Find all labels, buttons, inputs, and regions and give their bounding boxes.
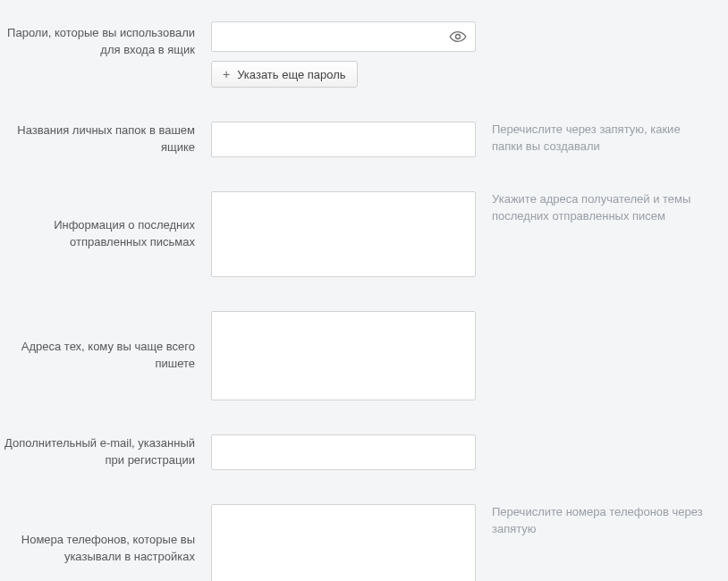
phones-input-col xyxy=(211,504,476,581)
row-phones: Номера телефонов, которые вы указывали в… xyxy=(0,504,728,581)
password-input[interactable] xyxy=(211,21,476,52)
folders-input[interactable] xyxy=(211,122,476,157)
label-frequent-addresses: Адреса тех, кому вы чаще всего пишете xyxy=(0,311,211,400)
alt-email-input[interactable] xyxy=(211,434,476,470)
phones-input[interactable] xyxy=(211,504,476,581)
frequent-addresses-input[interactable] xyxy=(211,311,476,400)
row-alt-email: Дополнительный e-mail, указанный при рег… xyxy=(0,434,728,470)
label-password: Пароли, которые вы использовали для вход… xyxy=(0,21,211,88)
label-phones: Номера телефонов, которые вы указывали в… xyxy=(0,504,211,581)
folders-input-col xyxy=(211,122,476,157)
sent-info-input-col xyxy=(211,191,476,277)
svg-point-0 xyxy=(456,35,461,39)
plus-icon: + xyxy=(223,68,230,80)
hint-phones: Перечислите номера телефонов через запят… xyxy=(476,504,708,538)
row-folders: Названия личных папок в вашем ящике Пере… xyxy=(0,122,728,157)
row-sent-info: Информация о последних отправленных пись… xyxy=(0,191,728,277)
recovery-form: Пароли, которые вы использовали для вход… xyxy=(0,0,728,581)
frequent-addresses-input-col xyxy=(211,311,476,400)
row-frequent-addresses: Адреса тех, кому вы чаще всего пишете xyxy=(0,311,728,400)
row-password: Пароли, которые вы использовали для вход… xyxy=(0,21,728,88)
add-password-button[interactable]: + Указать еще пароль xyxy=(211,61,358,88)
label-sent-info: Информация о последних отправленных пись… xyxy=(0,191,211,277)
password-input-wrap xyxy=(211,21,476,52)
add-password-button-label: Указать еще пароль xyxy=(237,68,345,81)
sent-info-input[interactable] xyxy=(211,191,476,277)
hint-sent-info: Укажите адреса получателей и темы послед… xyxy=(476,191,708,225)
alt-email-input-col xyxy=(211,434,476,470)
hint-folders: Перечислите через запятую, какие папки в… xyxy=(476,122,708,156)
label-folders: Названия личных папок в вашем ящике xyxy=(0,122,211,157)
password-input-group: + Указать еще пароль xyxy=(211,21,476,88)
eye-icon[interactable] xyxy=(449,28,467,46)
label-alt-email: Дополнительный e-mail, указанный при рег… xyxy=(0,434,211,470)
